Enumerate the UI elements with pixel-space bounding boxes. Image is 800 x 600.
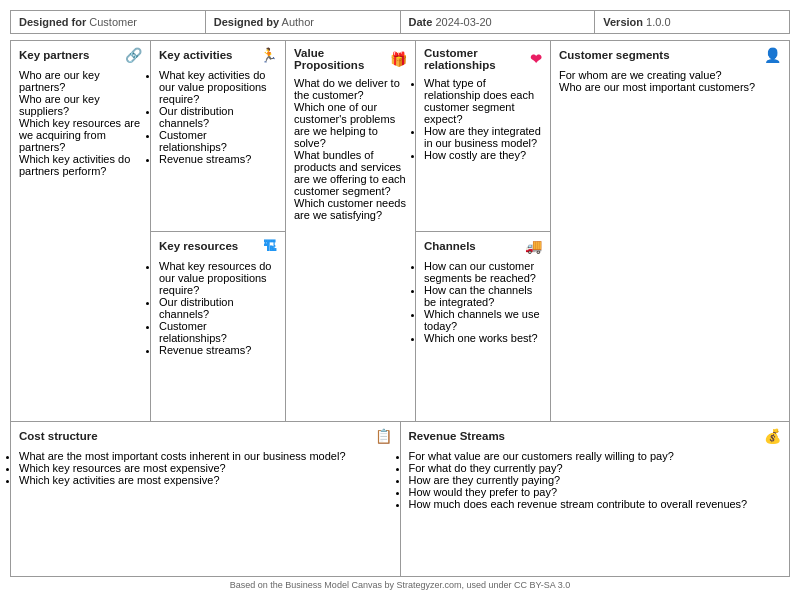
list-item: How can the channels be integrated? bbox=[424, 284, 542, 308]
version-value: 1.0.0 bbox=[646, 16, 670, 28]
designed-by-value: Author bbox=[282, 16, 314, 28]
list-item: Which one works best? bbox=[424, 332, 542, 344]
list-item: For whom are we creating value? bbox=[559, 69, 781, 81]
value-propositions-label: Value Propositions bbox=[294, 47, 390, 71]
list-item: What type of relationship does each cust… bbox=[424, 77, 542, 125]
channels-list: How can our customer segments be reached… bbox=[424, 260, 542, 344]
value-propositions-list: What do we deliver to the customer? Whic… bbox=[294, 77, 407, 221]
key-activities-cell: Key activities 🏃 What key activities do … bbox=[151, 41, 285, 232]
key-resources-label: Key resources bbox=[159, 240, 238, 252]
list-item: How much does each revenue stream contri… bbox=[409, 498, 782, 510]
channels-label: Channels bbox=[424, 240, 476, 252]
customer-relationships-label: Customer relationships bbox=[424, 47, 530, 71]
key-activities-title: Key activities 🏃 bbox=[159, 47, 277, 63]
list-item: Revenue streams? bbox=[159, 153, 277, 165]
list-item: Which one of our customer's problems are… bbox=[294, 101, 407, 149]
list-item: What do we deliver to the customer? bbox=[294, 77, 407, 101]
list-item: What bundles of products and services ar… bbox=[294, 149, 407, 197]
canvas-main: Key partners 🔗 Who are our key partners?… bbox=[11, 41, 789, 421]
list-item: Our distribution channels? bbox=[159, 296, 277, 320]
key-partners-icon: 🔗 bbox=[125, 47, 142, 63]
list-item: Customer relationships? bbox=[159, 129, 277, 153]
header-row: Designed for Customer Designed by Author… bbox=[10, 10, 790, 34]
list-item: What key resources do our value proposit… bbox=[159, 260, 277, 296]
revenue-streams-cell: Revenue Streams 💰 For what value are our… bbox=[401, 422, 790, 576]
list-item: Which key activities are most expensive? bbox=[19, 474, 392, 486]
customer-relationships-title: Customer relationships ❤ bbox=[424, 47, 542, 71]
key-partners-title: Key partners 🔗 bbox=[19, 47, 142, 63]
version-label: Version bbox=[603, 16, 643, 28]
list-item: Who are our most important customers? bbox=[559, 81, 781, 93]
customer-cols: Customer relationships ❤ What type of re… bbox=[416, 41, 551, 421]
key-partners-list: Who are our key partners? Who are our ke… bbox=[19, 69, 142, 177]
date-cell: Date 2024-03-20 bbox=[401, 11, 596, 33]
list-item: For what value are our customers really … bbox=[409, 450, 782, 462]
date-label: Date bbox=[409, 16, 433, 28]
key-partners-cell: Key partners 🔗 Who are our key partners?… bbox=[11, 41, 151, 421]
list-item: Which key activities do partners perform… bbox=[19, 153, 142, 177]
designed-for-label: Designed for bbox=[19, 16, 86, 28]
customer-relationships-icon: ❤ bbox=[530, 51, 542, 67]
customer-segments-label: Customer segments bbox=[559, 49, 670, 61]
key-resources-cell: Key resources 🏗 What key resources do ou… bbox=[151, 232, 285, 422]
page: Designed for Customer Designed by Author… bbox=[0, 0, 800, 600]
list-item: Which key resources are most expensive? bbox=[19, 462, 392, 474]
cost-structure-list: What are the most important costs inhere… bbox=[19, 450, 392, 486]
date-value: 2024-03-20 bbox=[435, 16, 491, 28]
cost-structure-icon: 📋 bbox=[375, 428, 392, 444]
footer-text: Based on the Business Model Canvas by St… bbox=[230, 580, 570, 590]
revenue-streams-list: For what value are our customers really … bbox=[409, 450, 782, 510]
key-partners-label: Key partners bbox=[19, 49, 89, 61]
middle-cols: Key activities 🏃 What key activities do … bbox=[151, 41, 286, 421]
designed-by-cell: Designed by Author bbox=[206, 11, 401, 33]
key-activities-list: What key activities do our value proposi… bbox=[159, 69, 277, 165]
list-item: Which channels we use today? bbox=[424, 308, 542, 332]
canvas-bottom: Cost structure 📋 What are the most impor… bbox=[11, 421, 789, 576]
key-activities-label: Key activities bbox=[159, 49, 233, 61]
list-item: For what do they currently pay? bbox=[409, 462, 782, 474]
cost-structure-label: Cost structure bbox=[19, 430, 98, 442]
list-item: How are they currently paying? bbox=[409, 474, 782, 486]
cost-structure-cell: Cost structure 📋 What are the most impor… bbox=[11, 422, 401, 576]
list-item: What are the most important costs inhere… bbox=[19, 450, 392, 462]
canvas-area: Key partners 🔗 Who are our key partners?… bbox=[10, 40, 790, 577]
list-item: Which customer needs are we satisfying? bbox=[294, 197, 407, 221]
cost-structure-title: Cost structure 📋 bbox=[19, 428, 392, 444]
customer-segments-list: For whom are we creating value? Who are … bbox=[559, 69, 781, 93]
list-item: Customer relationships? bbox=[159, 320, 277, 344]
list-item: Who are our key suppliers? bbox=[19, 93, 142, 117]
footer: Based on the Business Model Canvas by St… bbox=[10, 577, 790, 590]
designed-for-value: Customer bbox=[89, 16, 137, 28]
value-propositions-cell: Value Propositions 🎁 What do we deliver … bbox=[286, 41, 416, 421]
list-item: How would they prefer to pay? bbox=[409, 486, 782, 498]
revenue-streams-label: Revenue Streams bbox=[409, 430, 506, 442]
list-item: Our distribution channels? bbox=[159, 105, 277, 129]
designed-for-cell: Designed for Customer bbox=[11, 11, 206, 33]
channels-cell: Channels 🚚 How can our customer segments… bbox=[416, 232, 550, 422]
key-resources-list: What key resources do our value proposit… bbox=[159, 260, 277, 356]
list-item: How can our customer segments be reached… bbox=[424, 260, 542, 284]
customer-relationships-list: What type of relationship does each cust… bbox=[424, 77, 542, 161]
customer-segments-title: Customer segments 👤 bbox=[559, 47, 781, 63]
key-resources-icon: 🏗 bbox=[263, 238, 277, 254]
key-resources-title: Key resources 🏗 bbox=[159, 238, 277, 254]
designed-by-label: Designed by bbox=[214, 16, 279, 28]
channels-icon: 🚚 bbox=[525, 238, 542, 254]
key-activities-icon: 🏃 bbox=[260, 47, 277, 63]
list-item: Which key resources are we acquiring fro… bbox=[19, 117, 142, 153]
list-item: Revenue streams? bbox=[159, 344, 277, 356]
version-cell: Version 1.0.0 bbox=[595, 11, 789, 33]
value-propositions-icon: 🎁 bbox=[390, 51, 407, 67]
list-item: What key activities do our value proposi… bbox=[159, 69, 277, 105]
list-item: How are they integrated in our business … bbox=[424, 125, 542, 149]
customer-segments-icon: 👤 bbox=[764, 47, 781, 63]
channels-title: Channels 🚚 bbox=[424, 238, 542, 254]
customer-relationships-cell: Customer relationships ❤ What type of re… bbox=[416, 41, 550, 232]
value-propositions-title: Value Propositions 🎁 bbox=[294, 47, 407, 71]
list-item: Who are our key partners? bbox=[19, 69, 142, 93]
revenue-streams-title: Revenue Streams 💰 bbox=[409, 428, 782, 444]
customer-segments-cell: Customer segments 👤 For whom are we crea… bbox=[551, 41, 789, 421]
list-item: How costly are they? bbox=[424, 149, 542, 161]
revenue-streams-icon: 💰 bbox=[764, 428, 781, 444]
